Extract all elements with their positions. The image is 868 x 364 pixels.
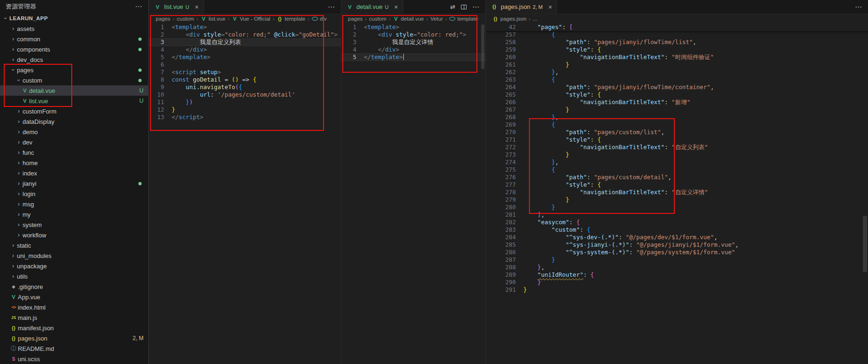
breadcrumb-item-custom[interactable]: custom	[369, 16, 386, 22]
json-icon: {}	[10, 326, 17, 331]
scrollbar-thumb[interactable]	[863, 216, 867, 272]
tree-item-gitignore[interactable]: ◆.gitignore	[0, 281, 148, 292]
tab-pages-json[interactable]: {} pages.json 2, M ×	[486, 0, 557, 14]
tree-item-dev[interactable]: ›dev	[0, 137, 148, 147]
code-line: 262 },	[486, 68, 868, 76]
close-icon[interactable]: ×	[548, 4, 552, 10]
tree-item-pages-json[interactable]: {}pages.json2, M	[0, 333, 148, 343]
tree-item-label: msg	[23, 201, 34, 208]
breadcrumb-item-pages[interactable]: pages	[156, 16, 170, 22]
line-number: 264	[486, 83, 523, 91]
vue-icon: V	[21, 98, 29, 104]
breadcrumb-item-template[interactable]: template	[449, 16, 478, 22]
code-line: 265 "style": {	[486, 91, 868, 99]
tree-item-custom[interactable]: ›custom	[0, 75, 148, 85]
explorer-sidebar: 资源管理器 ⋯ ›LEARUN_APP›assets›common›compon…	[0, 0, 149, 364]
code-line: 287 }	[486, 256, 868, 264]
breadcrumb-item-pages[interactable]: pages	[348, 16, 362, 22]
split-editor-icon[interactable]	[461, 5, 467, 9]
close-icon[interactable]: ×	[195, 4, 198, 10]
tab-list-vue[interactable]: V list.vue U ×	[149, 0, 204, 14]
tree-item-label: App.vue	[18, 294, 40, 301]
scrollbar-thumb[interactable]	[481, 24, 484, 69]
code-editor-list-vue[interactable]: 1<template>2 <div style="color: red;" @c…	[149, 23, 341, 364]
line-number: 277	[486, 181, 523, 189]
open-changes-icon[interactable]: ⇄	[450, 3, 455, 10]
line-number: 267	[486, 106, 523, 114]
tree-item-app-vue[interactable]: VApp.vue	[0, 292, 148, 302]
chevron-right-icon: ›	[15, 180, 23, 187]
tree-item-list-vue[interactable]: Vlist.vueU	[0, 96, 148, 106]
tree-item-label: index	[23, 170, 37, 177]
tree-item-main-js[interactable]: JSmain.js	[0, 312, 148, 323]
code-line: 12}	[149, 106, 341, 114]
more-actions-icon[interactable]: ⋯	[472, 3, 480, 11]
breadcrumb-item-list-vue[interactable]: Vlist.vue	[201, 16, 226, 22]
line-number: 274	[486, 159, 523, 166]
tree-item-demo[interactable]: ›demo	[0, 127, 148, 137]
modified-dot-icon	[138, 182, 142, 185]
code-line: 274 },	[486, 159, 868, 166]
chevron-right-icon: ›	[15, 159, 23, 166]
tree-item-workflow[interactable]: ›workflow	[0, 230, 148, 240]
code-line: 290 }	[486, 279, 868, 286]
breadcrumb-item-vue-official[interactable]: VVue - Official	[232, 16, 270, 22]
close-icon[interactable]: ×	[394, 4, 398, 10]
line-number: 11	[149, 99, 172, 106]
tree-item-home[interactable]: ›home	[0, 158, 148, 168]
breadcrumb-item-vetur[interactable]: Vetur	[430, 16, 443, 22]
code-line: 285 "^sys-jianyi-(.*)": "@/pages/jianyi/…	[486, 241, 868, 249]
breadcrumb-separator-icon: ›	[173, 16, 174, 22]
tree-item-index[interactable]: ›index	[0, 168, 148, 178]
code-line: 270 "path": "pages/custom/list",	[486, 129, 868, 136]
tree-item-common[interactable]: ›common	[0, 34, 148, 44]
explorer-more-actions-icon[interactable]: ⋯	[135, 2, 143, 11]
tree-item-index-html[interactable]: <>index.html	[0, 302, 148, 312]
tree-item-uni-modules[interactable]: ›uni_modules	[0, 250, 148, 261]
breadcrumb-item-pages-json[interactable]: {}pages.json	[492, 16, 527, 22]
code-line: 273 }	[486, 151, 868, 159]
more-actions-icon[interactable]: ⋯	[328, 3, 335, 11]
braces-icon: {}	[277, 16, 283, 22]
tree-item-label: unpackage	[17, 263, 47, 270]
explorer-title: 资源管理器	[6, 2, 135, 11]
breadcrumb-item-detail-vue[interactable]: Vdetail.vue	[393, 16, 424, 22]
tree-item-detail-vue[interactable]: Vdetail.vueU	[0, 85, 148, 96]
tree-item-datadisplay[interactable]: ›dataDisplay	[0, 116, 148, 127]
tree-item-assets[interactable]: ›assets	[0, 23, 148, 34]
tree-item-pages[interactable]: ›pages	[0, 65, 148, 75]
tree-item-login[interactable]: ›login	[0, 189, 148, 199]
tree-item-readme-md[interactable]: ⓘREADME.md	[0, 343, 148, 354]
tree-item-jianyi[interactable]: ›jianyi	[0, 178, 148, 189]
code-line: 257 {	[486, 31, 868, 38]
tree-item-manifest-json[interactable]: {}manifest.json	[0, 323, 148, 333]
tree-item-system[interactable]: ›system	[0, 220, 148, 230]
tree-item-static[interactable]: ›static	[0, 240, 148, 250]
breadcrumb-item-div[interactable]: div	[312, 16, 327, 22]
tree-item-customform[interactable]: ›customForm	[0, 106, 148, 116]
tree-item-dev-docs[interactable]: ›dev_docs	[0, 54, 148, 65]
tree-item-uni-scss[interactable]: Suni.scss	[0, 354, 148, 364]
breadcrumb-item-[interactable]: ...	[533, 16, 537, 22]
code-editor-pages-json[interactable]: 42 "pages": [257 {258 "path": "pages/jia…	[486, 23, 868, 364]
tree-root-learun-app[interactable]: ›LEARUN_APP	[0, 13, 148, 23]
more-actions-icon[interactable]: ⋯	[855, 3, 862, 11]
tree-item-func[interactable]: ›func	[0, 147, 148, 158]
line-number: 3	[149, 38, 172, 46]
tree-item-msg[interactable]: ›msg	[0, 199, 148, 209]
breadcrumb-item-template[interactable]: {}template	[277, 16, 305, 22]
code-line: 8const goDetail = () => {	[149, 76, 341, 83]
tree-item-unpackage[interactable]: ›unpackage	[0, 261, 148, 271]
breadcrumb-item-custom[interactable]: custom	[177, 16, 194, 22]
line-number: 258	[486, 38, 523, 46]
tree-item-components[interactable]: ›components	[0, 44, 148, 54]
code-line: 13</script>	[149, 114, 341, 121]
tab-detail-vue[interactable]: V detail.vue U ×	[341, 0, 403, 14]
tree-item-label: main.js	[18, 314, 37, 321]
tree-item-label: home	[23, 159, 38, 167]
tree-item-utils[interactable]: ›utils	[0, 271, 148, 281]
tree-item-my[interactable]: ›my	[0, 209, 148, 220]
tree-item-label: .gitignore	[18, 283, 43, 290]
code-editor-detail-vue[interactable]: 1<template>2 <div style="color: red;">3 …	[341, 23, 485, 364]
code-line: 266 "navigationBarTitleText": "新增"	[486, 99, 868, 106]
